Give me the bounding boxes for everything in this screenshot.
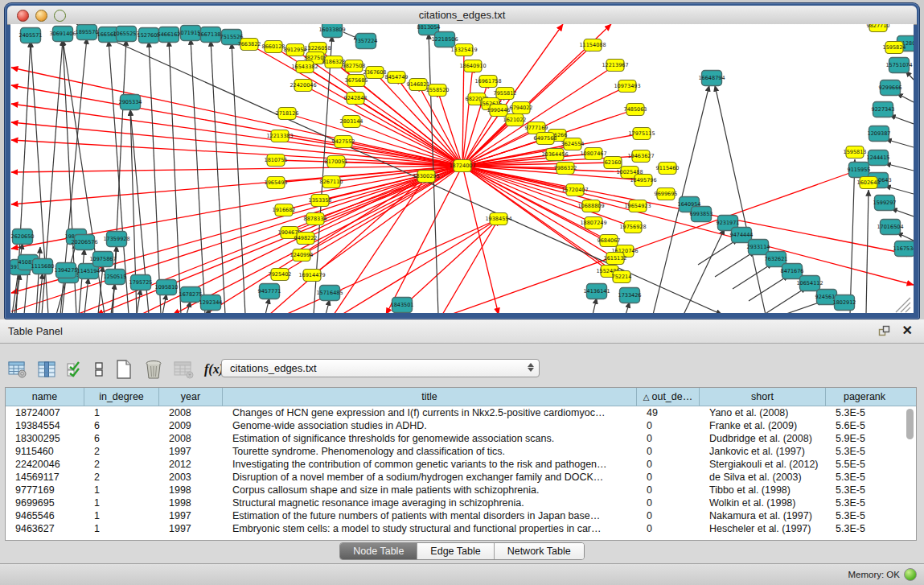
graph-node[interactable]: 1602643: [857, 177, 881, 189]
graph-edge[interactable]: [76, 176, 426, 313]
memory-ok-indicator-icon[interactable]: [904, 568, 917, 581]
graph-node[interactable]: 1353358: [309, 195, 332, 207]
select-columns-icon[interactable]: [66, 360, 84, 379]
table-vertical-scrollbar[interactable]: [906, 409, 914, 439]
graph-node[interactable]: 1250515: [104, 270, 127, 285]
graph-node[interactable]: 3675685: [345, 75, 368, 87]
graph-node[interactable]: 2718126: [276, 108, 299, 120]
float-panel-icon[interactable]: [878, 325, 890, 337]
graph-node[interactable]: 1095810: [155, 280, 179, 295]
tab-network-table[interactable]: Network Table: [494, 543, 584, 559]
graph-node[interactable]: 1615132: [604, 253, 627, 265]
graph-node[interactable]: 20364456: [541, 149, 568, 161]
graph-node[interactable]: 8878334: [304, 213, 327, 225]
graph-node[interactable]: 6993853: [690, 207, 713, 222]
graph-edge[interactable]: [211, 40, 225, 313]
graph-edge[interactable]: [265, 298, 269, 313]
graph-node[interactable]: 15751074: [885, 58, 912, 73]
graph-edge[interactable]: [334, 176, 426, 313]
graph-edge[interactable]: [326, 299, 330, 313]
table-row[interactable]: 946554611997Estimation of the future num…: [6, 509, 916, 522]
graph-node[interactable]: 7357224: [355, 34, 378, 49]
graph-node[interactable]: 7485063: [624, 104, 647, 116]
table-row[interactable]: 911546021997Tourette syndrome. Phenomeno…: [6, 445, 916, 458]
graph-node[interactable]: 7925402: [269, 269, 292, 281]
graph-edge[interactable]: [593, 298, 597, 313]
row-height-icon[interactable]: [93, 360, 105, 379]
graph-node[interactable]: 1843501: [391, 298, 414, 313]
graph-edge[interactable]: [84, 278, 88, 313]
graph-node[interactable]: 17975115: [628, 128, 655, 140]
graph-node[interactable]: 1115680: [31, 259, 55, 274]
graph-node[interactable]: 9684067: [598, 235, 621, 247]
graph-edge[interactable]: [891, 208, 914, 216]
graph-node[interactable]: 2620650: [11, 229, 35, 245]
table-row[interactable]: 2242004622012Investigating the contribut…: [6, 458, 916, 471]
graph-node[interactable]: 1244415: [867, 150, 890, 166]
graph-node[interactable]: 1802912: [833, 295, 856, 311]
graph-node[interactable]: 9827710: [867, 24, 890, 32]
graph-node[interactable]: 9115460: [656, 163, 680, 175]
network-canvas[interactable]: 2405571306914061895570166560410655257152…: [10, 24, 914, 313]
graph-node[interactable]: 17359928: [103, 232, 129, 247]
column-header-year[interactable]: year: [159, 388, 223, 406]
graph-edge[interactable]: [137, 289, 141, 313]
graph-edge[interactable]: [79, 249, 84, 313]
column-header-title[interactable]: title: [223, 388, 637, 406]
new-file-icon[interactable]: [114, 359, 133, 380]
graph-node[interactable]: 8454749: [385, 72, 409, 84]
graph-node[interactable]: 1558520: [426, 84, 450, 97]
tab-edge-table[interactable]: Edge Table: [417, 543, 493, 559]
table-row[interactable]: 1872400712008Changes of HCN gene express…: [6, 406, 916, 419]
column-header-short[interactable]: short: [700, 388, 826, 406]
graph-node[interactable]: 1209387: [868, 126, 891, 142]
graph-node[interactable]: 11154088: [579, 39, 606, 51]
table-options-icon[interactable]: [8, 360, 27, 379]
graph-node[interactable]: 8267110: [320, 176, 343, 188]
graph-edge[interactable]: [191, 39, 205, 313]
table-row[interactable]: 1938455462009Genome-wide association stu…: [6, 419, 916, 432]
graph-edge[interactable]: [906, 307, 910, 312]
graph-node[interactable]: 8660128: [262, 41, 285, 53]
graph-node[interactable]: 16961758: [474, 76, 501, 88]
graph-node[interactable]: 16033809: [318, 24, 345, 38]
graph-edge[interactable]: [437, 90, 462, 166]
graph-node[interactable]: 1810755: [265, 154, 288, 167]
graph-node[interactable]: 6497568: [534, 133, 557, 145]
graph-edge[interactable]: [442, 219, 499, 313]
graph-edge[interactable]: [901, 303, 910, 312]
graph-node[interactable]: 9115955: [848, 163, 871, 178]
graph-edge[interactable]: [462, 166, 914, 285]
graph-node[interactable]: 30691406: [49, 27, 76, 42]
graph-node[interactable]: 10655257: [113, 27, 139, 42]
graph-node[interactable]: 9299666: [879, 80, 902, 96]
graph-node[interactable]: 15716485: [316, 286, 343, 301]
graph-node[interactable]: 19756928: [619, 221, 646, 233]
graph-node[interactable]: 1733426: [618, 288, 642, 303]
graph-node[interactable]: 6794022: [510, 102, 533, 114]
graph-node[interactable]: 7986322: [554, 163, 577, 175]
table-row[interactable]: 969969511998Structural magnetic resonanc…: [6, 496, 916, 509]
graph-node[interactable]: 9827508: [343, 60, 366, 72]
column-header-name[interactable]: name: [6, 388, 84, 406]
graph-node[interactable]: 62160: [604, 157, 622, 169]
graph-node[interactable]: 8170051: [325, 156, 348, 168]
graph-edge[interactable]: [749, 275, 789, 301]
graph-node[interactable]: 1965493: [265, 177, 288, 189]
graph-node[interactable]: 14136141: [583, 284, 610, 299]
table-row[interactable]: 946362711997Embryonic stem cells: a mode…: [6, 522, 916, 535]
graph-edge[interactable]: [12, 243, 23, 313]
graph-node[interactable]: 7663822: [238, 39, 261, 51]
column-header-in_degree[interactable]: in_degree: [84, 388, 159, 406]
table-row[interactable]: 977716911998Corpus callosum shape and si…: [6, 484, 916, 496]
graph-node[interactable]: 17016504: [877, 220, 903, 235]
graph-node[interactable]: 1595824: [883, 42, 906, 54]
graph-node[interactable]: 1795725: [129, 275, 153, 290]
graph-node[interactable]: 1292344: [199, 295, 223, 311]
graph-node[interactable]: 1916682: [273, 204, 296, 216]
delete-icon[interactable]: [143, 359, 164, 380]
graph-edge[interactable]: [11, 104, 462, 166]
graph-node[interactable]: 9427552: [332, 136, 355, 148]
graph-node[interactable]: 9498222: [294, 233, 318, 245]
graph-node[interactable]: 9227343: [872, 102, 895, 117]
